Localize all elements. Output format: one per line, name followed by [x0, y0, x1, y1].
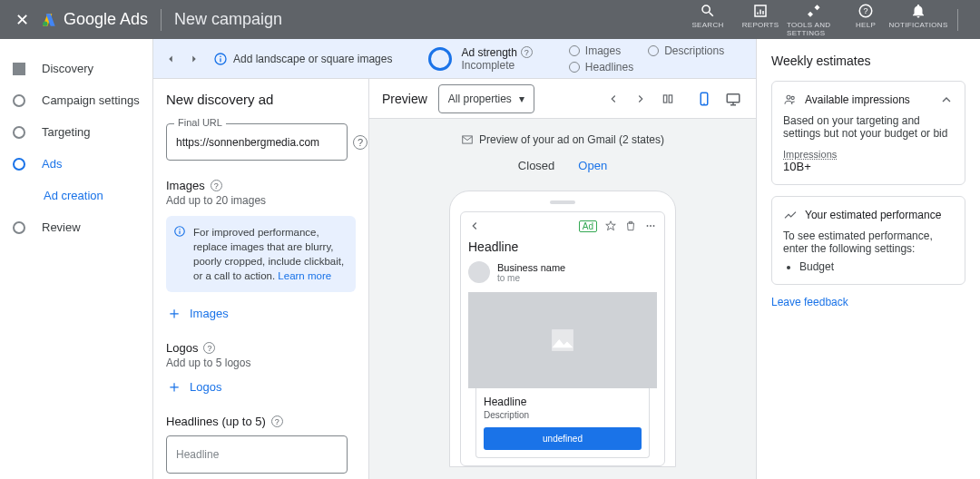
svg-point-9	[179, 229, 180, 230]
mail-icon	[461, 133, 474, 146]
svg-text:?: ?	[863, 6, 867, 15]
help-tool[interactable]: ?HELP	[839, 3, 892, 37]
step-circle-icon	[13, 126, 25, 139]
cta-button[interactable]: undefined	[484, 427, 642, 450]
bullet-budget: Budget	[799, 260, 954, 273]
impressions-value: 10B+	[783, 160, 954, 173]
headline-input[interactable]: Headline	[166, 435, 348, 474]
back-icon[interactable]	[468, 220, 481, 232]
reports-tool[interactable]: REPORTS	[734, 3, 787, 37]
learn-more-link[interactable]: Learn more	[278, 270, 331, 281]
help-icon[interactable]: ?	[271, 415, 283, 427]
impressions-label: Impressions	[783, 149, 954, 160]
google-ads-logo: Google Ads	[40, 10, 148, 29]
phone-frame: Ad Headline Business name to me	[449, 191, 676, 467]
chevron-down-icon: ▾	[519, 93, 524, 105]
card-headline: Headline	[484, 396, 642, 408]
sidenav-sub-ad-creation[interactable]: Ad creation	[0, 180, 152, 211]
delete-icon[interactable]	[624, 220, 637, 232]
search-icon	[700, 3, 716, 19]
prev-hint-icon[interactable]	[164, 53, 177, 65]
help-icon[interactable]: ?	[353, 135, 368, 150]
device-desktop[interactable]	[723, 89, 743, 109]
final-url-input[interactable]	[176, 136, 319, 149]
divider	[161, 9, 162, 31]
preview-note: Preview of your ad on Gmail (2 states)	[461, 133, 664, 146]
next-preview-icon[interactable]	[634, 93, 647, 105]
image-icon	[549, 327, 576, 354]
sidenav-item-campaign-settings[interactable]: Campaign settings	[0, 84, 152, 116]
product-name: Google Ads	[64, 10, 148, 29]
estimates-column: Weekly estimates Available impressions B…	[757, 39, 980, 479]
hint-bar: Add landscape or square images Ad streng…	[153, 39, 756, 79]
panel2-body: To see estimated performance, enter the …	[783, 230, 954, 255]
properties-dropdown[interactable]: All properties▾	[438, 84, 534, 113]
svg-point-19	[647, 225, 649, 227]
preview-toolbar: Preview All properties▾	[369, 79, 756, 119]
strength-checks: Images Descriptions Headlines	[569, 44, 724, 73]
headlines-heading: Headlines (up to 5)?	[166, 415, 356, 428]
next-hint-icon[interactable]	[188, 53, 201, 65]
split-view-icon[interactable]	[662, 93, 674, 105]
sidenav-heading[interactable]: Discovery	[0, 53, 152, 84]
chevron-up-icon[interactable]	[939, 93, 954, 107]
svg-point-21	[653, 225, 655, 227]
search-tool[interactable]: SEARCH	[681, 3, 734, 37]
svg-point-24	[791, 96, 794, 99]
avatar	[468, 261, 490, 283]
discovery-icon	[13, 63, 25, 75]
estimates-title: Weekly estimates	[771, 54, 965, 68]
step-circle-icon	[13, 158, 25, 171]
info-icon	[213, 52, 228, 66]
hint-message: Add landscape or square images	[233, 53, 392, 65]
tools-tool[interactable]: TOOLS AND SETTINGS	[787, 3, 839, 37]
leave-feedback-link[interactable]: Leave feedback	[771, 296, 965, 308]
recipient: to me	[497, 273, 565, 283]
svg-point-6	[220, 55, 221, 57]
check-circle-icon	[569, 45, 580, 56]
top-bar: ✕ Google Ads New campaign SEARCH REPORTS…	[0, 0, 980, 39]
help-icon[interactable]: ?	[203, 342, 215, 354]
svg-point-16	[703, 103, 705, 104]
ad-card: Headline Description undefined	[475, 388, 650, 458]
images-heading: Images?	[166, 179, 356, 192]
add-logos-button[interactable]: ＋Logos	[166, 378, 356, 395]
tab-open[interactable]: Open	[578, 159, 607, 178]
step-circle-icon	[13, 221, 25, 234]
step-circle-icon	[13, 94, 25, 107]
form-column: New discovery ad Final URL ? Images? Add…	[153, 79, 368, 479]
svg-rect-18	[463, 136, 473, 143]
close-icon[interactable]: ✕	[9, 10, 34, 30]
tab-closed[interactable]: Closed	[518, 159, 554, 178]
side-nav: Discovery Campaign settings Targeting Ad…	[0, 39, 153, 479]
final-url-field[interactable]: Final URL	[166, 123, 348, 161]
center-column: Add landscape or square images Ad streng…	[153, 39, 757, 479]
trend-icon	[783, 208, 798, 222]
notifications-tool[interactable]: NOTIFICATIONS	[892, 3, 945, 37]
top-tools: SEARCH REPORTS TOOLS AND SETTINGS ?HELP …	[681, 3, 945, 37]
device-mobile[interactable]	[694, 89, 714, 109]
images-sub: Add up to 20 images	[166, 194, 356, 207]
sidenav-item-review[interactable]: Review	[0, 211, 152, 243]
svg-rect-7	[220, 58, 220, 62]
estimated-performance-panel: Your estimated performance To see estima…	[771, 196, 965, 285]
ad-badge: Ad	[579, 220, 597, 232]
add-images-button[interactable]: ＋Images	[166, 305, 356, 321]
check-circle-icon	[648, 45, 659, 56]
images-tip: For improved performance, replace images…	[166, 216, 356, 292]
prev-preview-icon[interactable]	[607, 93, 620, 105]
gmail-preview: Ad Headline Business name to me	[460, 211, 665, 466]
preview-tabs: Closed Open	[518, 159, 607, 178]
info-icon	[173, 225, 186, 238]
preview-column: Preview All properties▾ Pr	[368, 79, 756, 479]
card-description: Description	[484, 410, 642, 420]
phone-speaker	[550, 200, 575, 204]
help-icon[interactable]: ?	[211, 180, 222, 191]
more-icon[interactable]	[644, 220, 657, 232]
help-icon[interactable]: ?	[521, 46, 533, 58]
star-icon[interactable]	[604, 220, 617, 232]
sidenav-item-ads[interactable]: Ads	[0, 148, 152, 180]
sidenav-item-targeting[interactable]: Targeting	[0, 116, 152, 148]
svg-point-23	[787, 95, 790, 99]
page-title: New campaign	[174, 10, 282, 29]
